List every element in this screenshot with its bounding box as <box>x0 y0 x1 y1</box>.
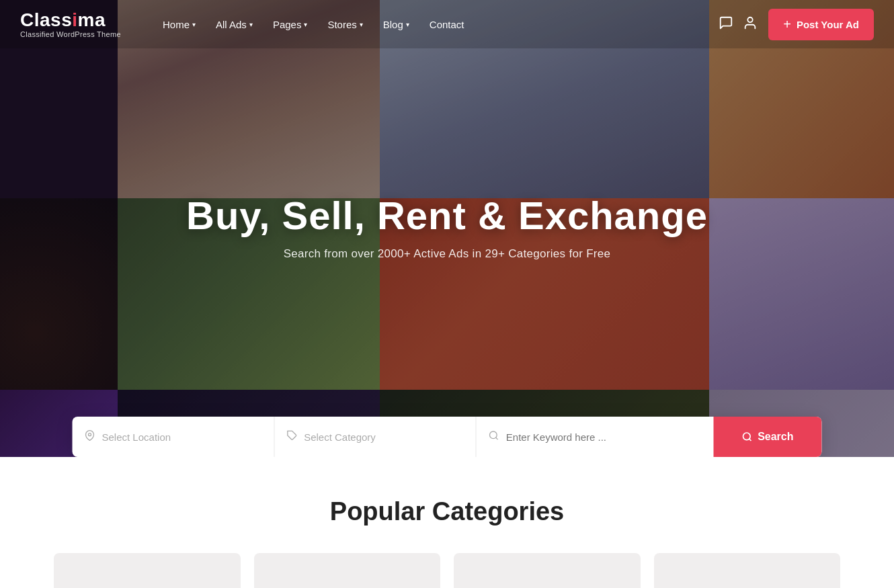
category-field[interactable]: Select Category <box>274 417 477 457</box>
location-placeholder: Select Location <box>102 431 171 443</box>
hero-section: Buy, Sell, Rent & Exchange Search from o… <box>0 0 894 457</box>
nav-contact[interactable]: Contact <box>421 13 473 36</box>
chevron-down-icon: ▾ <box>304 21 307 28</box>
search-btn-icon <box>741 431 752 442</box>
hero-subtitle: Search from over 2000+ Active Ads in 29+… <box>186 247 708 261</box>
post-ad-button[interactable]: + Post Your Ad <box>768 9 874 40</box>
tag-icon <box>286 430 297 444</box>
logo-name: Classima <box>20 10 128 31</box>
popular-categories-section: Popular Categories <box>0 457 894 588</box>
location-field[interactable]: Select Location <box>73 417 275 457</box>
plus-icon: + <box>783 17 791 32</box>
hero-title: Buy, Sell, Rent & Exchange <box>186 193 708 238</box>
svg-point-5 <box>743 433 750 440</box>
search-bar: Select Location Select Category <box>73 417 822 457</box>
svg-point-3 <box>490 431 497 439</box>
svg-line-4 <box>496 437 498 439</box>
header-icons <box>719 15 758 34</box>
nav-home[interactable]: Home ▾ <box>155 13 204 36</box>
user-icon[interactable] <box>743 15 758 34</box>
nav-blog[interactable]: Blog ▾ <box>375 13 417 36</box>
svg-point-1 <box>89 433 91 435</box>
search-icon <box>489 430 499 444</box>
logo-dot: i <box>72 9 77 30</box>
keyword-field[interactable] <box>477 417 713 457</box>
nav-stores[interactable]: Stores ▾ <box>319 13 370 36</box>
logo[interactable]: Classima Classified WordPress Theme <box>20 10 128 39</box>
category-card-3[interactable] <box>454 553 641 588</box>
hero-content: Buy, Sell, Rent & Exchange Search from o… <box>186 193 708 261</box>
chevron-down-icon: ▾ <box>249 21 253 28</box>
svg-line-6 <box>749 439 751 441</box>
chevron-down-icon: ▾ <box>192 21 196 28</box>
categories-grid <box>54 553 840 588</box>
keyword-input[interactable] <box>506 431 701 443</box>
site-header: Classima Classified WordPress Theme Home… <box>0 0 894 48</box>
svg-point-0 <box>748 17 753 22</box>
chevron-down-icon: ▾ <box>360 21 363 28</box>
main-nav: Home ▾ All Ads ▾ Pages ▾ Stores ▾ Blog ▾… <box>155 13 719 36</box>
nav-all-ads[interactable]: All Ads ▾ <box>208 13 261 36</box>
post-ad-label: Post Your Ad <box>797 19 859 30</box>
search-btn-label: Search <box>758 431 793 443</box>
category-card-1[interactable] <box>54 553 241 588</box>
chat-icon[interactable] <box>719 15 733 34</box>
popular-categories-title: Popular Categories <box>54 497 840 526</box>
logo-tagline: Classified WordPress Theme <box>20 30 128 38</box>
search-button[interactable]: Search <box>713 417 821 457</box>
chevron-down-icon: ▾ <box>406 21 409 28</box>
category-card-4[interactable] <box>654 553 841 588</box>
category-placeholder: Select Category <box>304 431 376 443</box>
location-icon <box>85 430 95 444</box>
category-card-2[interactable] <box>254 553 441 588</box>
nav-pages[interactable]: Pages ▾ <box>265 13 316 36</box>
